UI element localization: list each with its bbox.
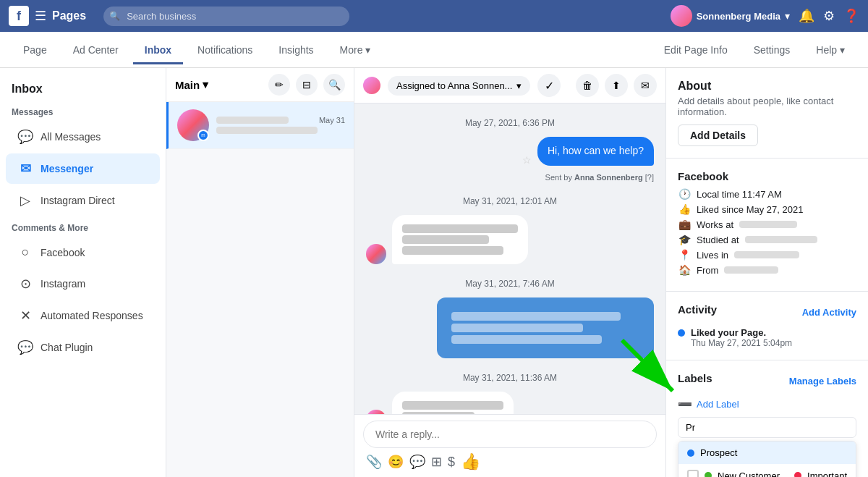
star-icon[interactable]: ☆ bbox=[522, 154, 532, 166]
message-items: m May 31 bbox=[166, 102, 354, 477]
filter-icon-btn[interactable]: ⊟ bbox=[296, 74, 318, 96]
chat-plugin-icon: 💬 bbox=[17, 339, 33, 355]
from-row: 🏠 From bbox=[678, 264, 856, 276]
new-customer-dot bbox=[705, 472, 712, 477]
location-icon: 📍 bbox=[678, 249, 691, 261]
date-label-4: May 31, 2021, 11:36 AM bbox=[366, 373, 654, 383]
svg-text:m: m bbox=[201, 132, 205, 138]
dollar-icon[interactable]: $ bbox=[448, 455, 455, 470]
works-at-value bbox=[739, 221, 797, 228]
chat-input-area: 📎 😊 💬 ⊞ $ 👍 bbox=[354, 414, 665, 477]
activity-item-1: Liked your Page. Thu May 27, 2021 5:04pm bbox=[678, 327, 856, 348]
delete-button[interactable]: 🗑 bbox=[576, 74, 599, 97]
add-label-row[interactable]: ➖ Add Label bbox=[678, 397, 856, 411]
date-label-1: May 27, 2021, 6:36 PM bbox=[366, 118, 654, 128]
label-search-input[interactable] bbox=[678, 417, 856, 438]
avatar bbox=[671, 5, 692, 27]
nav-insights[interactable]: Insights bbox=[267, 35, 325, 64]
important-dot bbox=[794, 472, 801, 477]
important-label: Important bbox=[807, 470, 847, 478]
template-icon[interactable]: 💬 bbox=[409, 454, 425, 470]
nav-settings[interactable]: Settings bbox=[742, 35, 802, 64]
sidebar-item-chat-plugin[interactable]: 💬 Chat Plugin bbox=[6, 332, 160, 363]
msg-date-group-2: May 31, 2021, 12:01 AM bbox=[366, 193, 654, 264]
sidebar-item-all-messages[interactable]: 💬 All Messages bbox=[6, 122, 160, 152]
blue-line-3 bbox=[451, 335, 602, 344]
nav-notifications[interactable]: Notifications bbox=[186, 35, 264, 64]
nav-ad-center[interactable]: Ad Center bbox=[61, 35, 130, 64]
name-redacted bbox=[216, 117, 289, 124]
nav-more[interactable]: More ▾ bbox=[328, 35, 383, 64]
from-icon: 🏠 bbox=[678, 264, 691, 276]
date-label-2: May 31, 2021, 12:01 AM bbox=[366, 196, 654, 206]
bubble-sent-1: Hi, how can we help? bbox=[537, 137, 654, 166]
bubble-row-sent-3 bbox=[366, 297, 654, 358]
dropdown-chevron-icon: ▾ bbox=[203, 78, 208, 91]
chat-actions: 🗑 ⬆ ✉ bbox=[576, 74, 657, 97]
all-messages-icon: 💬 bbox=[17, 129, 33, 145]
education-icon: 🎓 bbox=[678, 234, 691, 245]
sidebar: Inbox Messages 💬 All Messages ✉ Messenge… bbox=[0, 68, 166, 477]
new-customer-checkbox bbox=[687, 470, 699, 477]
studied-at-value bbox=[745, 236, 817, 243]
main-dropdown[interactable]: Main ▾ bbox=[175, 78, 208, 91]
manage-labels-link[interactable]: Manage Labels bbox=[789, 376, 856, 387]
hamburger-menu[interactable]: ☰ bbox=[35, 8, 46, 24]
user-name: Sonnenberg Media bbox=[697, 11, 780, 22]
all-messages-label: All Messages bbox=[41, 131, 101, 143]
compose-icon-btn[interactable]: ✏ bbox=[268, 74, 290, 96]
like-icon[interactable]: 👍 bbox=[461, 452, 480, 471]
email-button[interactable]: ✉ bbox=[634, 74, 657, 97]
add-activity-link[interactable]: Add Activity bbox=[802, 307, 856, 318]
work-icon: 💼 bbox=[678, 219, 691, 230]
sidebar-item-instagram[interactable]: ⊙ Instagram bbox=[6, 269, 160, 299]
search-input[interactable] bbox=[103, 7, 349, 26]
redacted-4 bbox=[402, 401, 503, 410]
minus-circle-icon: ➖ bbox=[678, 397, 692, 411]
preview-redacted bbox=[216, 127, 318, 134]
settings-icon[interactable]: ⚙ bbox=[823, 8, 835, 24]
notifications-icon[interactable]: 🔔 bbox=[799, 8, 814, 24]
msg-avatar: m bbox=[177, 109, 209, 141]
nav-help[interactable]: Help ▾ bbox=[804, 35, 856, 64]
messenger-label: Messenger bbox=[41, 163, 93, 174]
upload-button[interactable]: ⬆ bbox=[605, 74, 628, 97]
emoji-icon[interactable]: 😊 bbox=[388, 454, 404, 470]
check-button[interactable]: ✓ bbox=[537, 74, 561, 97]
search-icon-btn[interactable]: 🔍 bbox=[323, 74, 345, 96]
top-nav-right: Sonnenberg Media ▾ 🔔 ⚙ ❓ bbox=[671, 5, 859, 27]
chat-header: Assigned to Anna Sonnen... ▾ ✓ 🗑 ⬆ ✉ bbox=[354, 68, 665, 104]
right-panel: About Add details about people, like con… bbox=[665, 68, 868, 477]
assigned-label: Assigned to Anna Sonnen... bbox=[396, 80, 512, 91]
user-profile[interactable]: Sonnenberg Media ▾ bbox=[671, 5, 790, 27]
user-dropdown-icon[interactable]: ▾ bbox=[785, 10, 790, 22]
message-item[interactable]: m May 31 bbox=[166, 102, 354, 149]
label-option-new-customer[interactable]: New Customer Important bbox=[678, 464, 856, 477]
table-icon[interactable]: ⊞ bbox=[431, 454, 442, 470]
chat-input-row bbox=[363, 421, 657, 448]
activity-dot bbox=[678, 329, 685, 337]
sidebar-item-facebook[interactable]: ○ Facebook bbox=[6, 237, 160, 267]
sidebar-item-automated-responses[interactable]: ✕ Automated Responses bbox=[6, 300, 160, 331]
activity-header: Activity Add Activity bbox=[678, 303, 856, 321]
msg-date-group-1: May 27, 2021, 6:36 PM ☆ Hi, how can we h… bbox=[366, 115, 654, 182]
search-area bbox=[103, 7, 349, 26]
nav-inbox[interactable]: Inbox bbox=[133, 35, 183, 64]
sidebar-item-messenger[interactable]: ✉ Messenger bbox=[6, 153, 160, 184]
assigned-button[interactable]: Assigned to Anna Sonnen... ▾ bbox=[388, 76, 530, 96]
activity-section: Activity Add Activity Liked your Page. T… bbox=[666, 292, 868, 360]
top-navigation: f ☰ Pages Sonnenberg Media ▾ 🔔 ⚙ ❓ bbox=[0, 0, 868, 32]
chat-input[interactable] bbox=[363, 421, 657, 448]
facebook-label: Facebook bbox=[41, 247, 85, 258]
nav-edit-page-info[interactable]: Edit Page Info bbox=[652, 35, 739, 64]
like-small-icon: 👍 bbox=[678, 203, 691, 215]
attach-icon[interactable]: 📎 bbox=[366, 454, 382, 470]
automated-responses-icon: ✕ bbox=[17, 308, 33, 324]
label-option-prospect[interactable]: Prospect bbox=[678, 442, 856, 464]
sidebar-item-instagram-direct[interactable]: ▷ Instagram Direct bbox=[6, 185, 160, 216]
add-details-button[interactable]: Add Details bbox=[678, 124, 758, 146]
labels-title: Labels bbox=[678, 372, 712, 384]
help-icon[interactable]: ❓ bbox=[843, 8, 859, 24]
redacted-3 bbox=[402, 246, 503, 255]
nav-page[interactable]: Page bbox=[12, 35, 59, 64]
